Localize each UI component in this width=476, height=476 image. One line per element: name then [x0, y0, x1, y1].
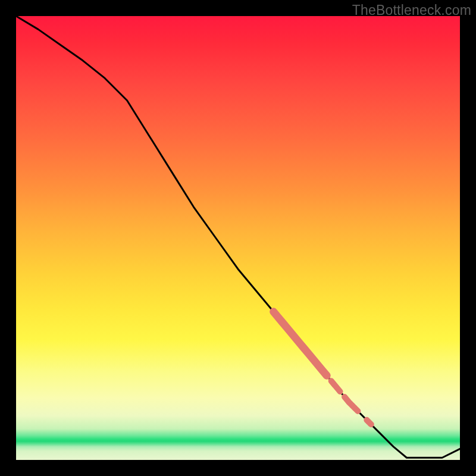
- chart-stage: TheBottleneck.com: [0, 0, 476, 476]
- plot-area: [16, 16, 460, 460]
- watermark-label: TheBottleneck.com: [352, 2, 471, 18]
